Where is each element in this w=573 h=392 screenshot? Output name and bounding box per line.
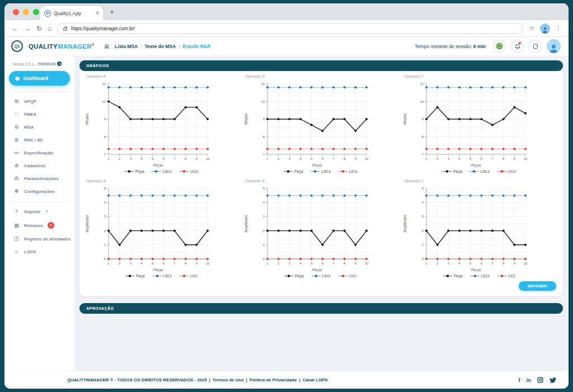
legend-marker-icon (284, 169, 293, 173)
chart-operator-label: Operador C (404, 179, 560, 183)
sidebar-item-apqp[interactable]: ⊞APQP (4, 95, 74, 108)
sidebar-item-releases[interactable]: ▤Releases7 (4, 218, 74, 233)
minimize-window-button[interactable] (23, 9, 29, 15)
forward-icon[interactable]: → (24, 25, 31, 32)
svg-text:8: 8 (502, 262, 505, 265)
sidebar-item-parametriza-es[interactable]: ⁂Parametrizações (4, 172, 74, 185)
sidebar-item-especifica-o[interactable]: ≔Especificação (4, 147, 74, 159)
hamburger-menu-icon[interactable]: ≡ (104, 42, 109, 50)
svg-text:4: 4 (140, 262, 143, 265)
svg-text:2: 2 (263, 229, 265, 233)
linkedin-icon[interactable]: in (527, 377, 531, 383)
close-window-button[interactable] (13, 9, 19, 15)
address-bar[interactable]: https://qualitymanager.com.br/ (57, 23, 523, 34)
legend-marker-icon (125, 169, 134, 173)
sidebar-item-rnc-8d[interactable]: ≣RNC / 8D (4, 134, 74, 147)
legend-label: Peça (453, 169, 462, 173)
print-button[interactable]: IMPRIMIR (519, 281, 556, 291)
sidebar-item-suporte[interactable]: ?Suporte↗ (4, 205, 74, 218)
svg-text:3: 3 (130, 262, 132, 265)
svg-text:8: 8 (104, 135, 106, 139)
print-row: IMPRIMIR (79, 278, 563, 296)
back-icon[interactable]: ← (12, 25, 18, 32)
legend-item: Peça (125, 169, 144, 173)
legend-item: LICr (339, 274, 356, 278)
breadcrumb-item[interactable]: Lista MSA (115, 44, 138, 49)
chart-svg: 789101112345678910PeçasMédias (83, 78, 240, 171)
tab-close-icon[interactable]: × (96, 10, 99, 16)
url-text[interactable]: https://qualitymanager.com.br/ (71, 26, 135, 31)
svg-text:3: 3 (263, 215, 265, 218)
svg-text:10: 10 (524, 157, 528, 160)
svg-text:8: 8 (263, 135, 265, 139)
sidebar-item-registro-de-atividades[interactable]: ⓘRegistro de atividades (4, 233, 74, 245)
legend-marker-icon (469, 169, 478, 173)
breadcrumb-item[interactable]: Estudo R&R (183, 44, 211, 49)
suporte-icon: ? (13, 209, 20, 214)
svg-text:0: 0 (104, 257, 106, 261)
svg-text:1: 1 (107, 262, 110, 265)
sidebar-item-lgpd[interactable]: ≡LGPD (4, 245, 74, 258)
browser-profile-avatar[interactable] (540, 23, 550, 34)
brand-name: QUALITYMANAGER® (29, 43, 94, 50)
rnc-8d-icon: ≣ (13, 138, 20, 143)
new-tab-button[interactable]: + (110, 8, 114, 16)
session-timer: Tempo restante de sessão: 6 min (415, 44, 486, 49)
legend-item: LICx (497, 169, 516, 173)
svg-text:7: 7 (491, 157, 494, 160)
browser-menu-icon[interactable]: ⋮ (556, 25, 561, 31)
svg-text:Peças: Peças (153, 268, 163, 272)
premium-badge-icon: ★ (57, 62, 62, 66)
svg-text:1: 1 (422, 243, 424, 247)
svg-text:2: 2 (278, 157, 280, 160)
svg-text:0: 0 (422, 257, 424, 261)
approval-section-header: APROVAÇÃO (79, 303, 563, 314)
svg-text:5: 5 (469, 262, 472, 265)
svg-text:2: 2 (422, 229, 424, 233)
twitter-icon[interactable] (549, 377, 556, 384)
footer-link[interactable]: Termos de Uso (213, 377, 244, 382)
legend-label: LSCx (321, 169, 331, 173)
sidebar-item-fmea[interactable]: ∷FMEA (4, 108, 74, 121)
svg-text:1: 1 (104, 243, 106, 247)
svg-text:3: 3 (130, 157, 132, 160)
footer-link[interactable]: Política de Privacidade (250, 377, 297, 382)
sidebar-item-dashboard[interactable]: ◉ Dashboard (9, 71, 70, 86)
legend-marker-icon (497, 169, 506, 173)
logout-icon[interactable] (529, 40, 542, 53)
user-avatar[interactable] (547, 39, 561, 53)
svg-text:Peças: Peças (312, 268, 322, 272)
svg-text:Médias: Médias (244, 113, 248, 125)
svg-text:3: 3 (422, 215, 424, 218)
language-brazil-flag-icon[interactable] (493, 40, 506, 53)
instagram-icon[interactable] (537, 377, 543, 383)
svg-text:Amplitudes: Amplitudes (85, 214, 90, 233)
notifications-bell-icon[interactable] (511, 40, 524, 53)
svg-text:4: 4 (299, 157, 302, 160)
sidebar-item-label: MSA (24, 125, 34, 130)
sidebar-divider (10, 91, 69, 92)
sidebar-item-configura-es[interactable]: ✱Configurações (4, 185, 74, 198)
svg-text:6: 6 (322, 157, 324, 160)
footer-link[interactable]: Canal LGPD (303, 377, 328, 382)
breadcrumb-item[interactable]: Teste do MSA (145, 44, 176, 49)
facebook-icon[interactable]: f (518, 377, 520, 383)
legend-label: LSCr (163, 274, 172, 278)
sidebar-item-msa[interactable]: ⚙MSA (4, 121, 74, 134)
legend-item: LSCr (471, 274, 490, 278)
bookmark-icon[interactable]: ☆ (529, 25, 534, 32)
chart-operator-label: Operador B (245, 74, 401, 78)
sidebar-divider (10, 201, 69, 202)
svg-text:5: 5 (422, 187, 424, 190)
sidebar-item-cadastros[interactable]: ⊕Cadastros (4, 159, 74, 172)
svg-text:9: 9 (263, 117, 265, 121)
svg-text:7: 7 (491, 262, 494, 265)
maximize-window-button[interactable] (33, 9, 39, 15)
legend-marker-icon (311, 169, 320, 173)
legend-item: LICr (497, 274, 515, 278)
svg-text:2: 2 (119, 262, 121, 265)
chart-svg: 789101112345678910PeçasMédias (242, 78, 399, 171)
reload-icon[interactable]: ↻ (36, 25, 42, 32)
browser-tab[interactable]: Q1 Quality1.App × (40, 6, 103, 20)
home-icon[interactable]: ⌂ (48, 25, 51, 32)
